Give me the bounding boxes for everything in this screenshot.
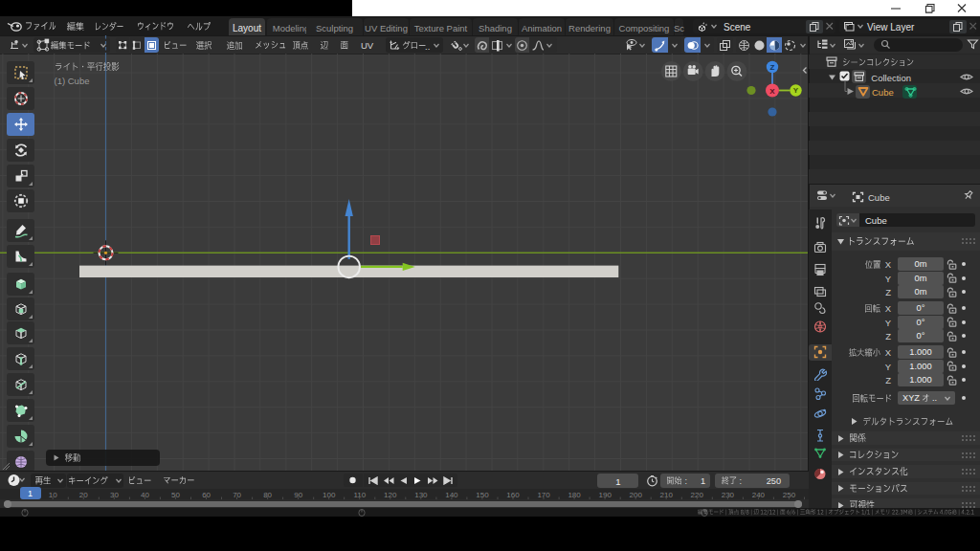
svg-text:Y: Y [793, 86, 799, 95]
svg-text:Z: Z [770, 63, 775, 72]
svg-text:X: X [769, 87, 775, 96]
